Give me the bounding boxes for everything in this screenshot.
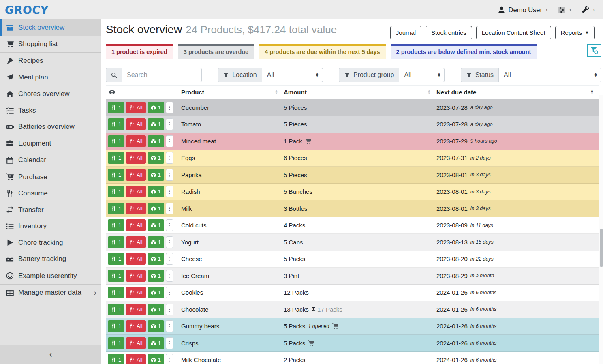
row-menu-button[interactable]: ⋮	[166, 354, 173, 364]
consume-one-button[interactable]: 1	[108, 186, 124, 197]
user-menu[interactable]: Demo User ›	[498, 6, 548, 14]
open-one-button[interactable]: 1	[148, 236, 164, 248]
consume-one-button[interactable]: 1	[108, 152, 124, 164]
consume-one-button[interactable]: 1	[108, 169, 124, 181]
open-one-button[interactable]: 1	[148, 118, 164, 130]
filter-select-status[interactable]: All▲▼	[499, 68, 601, 82]
open-one-button[interactable]: 1	[148, 354, 164, 364]
status-card-belowmin[interactable]: 2 products are below defined min. stock …	[391, 44, 537, 59]
consume-all-button[interactable]: All	[126, 152, 145, 164]
open-one-button[interactable]: 1	[148, 320, 164, 332]
sidebar-item-batteries-overview[interactable]: Batteries overview	[0, 119, 101, 135]
sidebar-item-meal-plan[interactable]: Meal plan	[0, 69, 101, 86]
sidebar-item-purchase[interactable]: Purchase	[0, 169, 101, 186]
row-menu-button[interactable]: ⋮	[166, 186, 173, 197]
consume-one-button[interactable]: 1	[108, 118, 124, 130]
filter-select-product-group[interactable]: All▲▼	[399, 68, 445, 82]
consume-one-button[interactable]: 1	[108, 287, 124, 298]
open-one-button[interactable]: 1	[148, 287, 164, 298]
row-menu-button[interactable]: ⋮	[166, 203, 173, 214]
consume-one-button[interactable]: 1	[108, 304, 124, 315]
row-menu-button[interactable]: ⋮	[166, 102, 173, 113]
consume-one-button[interactable]: 1	[108, 320, 124, 332]
status-card-due[interactable]: 4 products are due within the next 5 day…	[259, 44, 385, 59]
row-menu-button[interactable]: ⋮	[166, 337, 173, 349]
consume-all-button[interactable]: All	[126, 102, 145, 113]
consume-all-button[interactable]: All	[126, 320, 145, 332]
settings-menu[interactable]: ›	[558, 6, 571, 14]
consume-all-button[interactable]: All	[126, 253, 145, 265]
open-one-button[interactable]: 1	[148, 219, 164, 231]
consume-one-button[interactable]: 1	[108, 203, 124, 214]
column-header-product[interactable]: Product ▲▼	[180, 89, 282, 96]
row-menu-button[interactable]: ⋮	[166, 304, 173, 315]
filter-select-location[interactable]: All▲▼	[262, 68, 323, 82]
consume-all-button[interactable]: All	[126, 118, 145, 130]
sidebar-item-inventory[interactable]: Inventory	[0, 218, 101, 235]
consume-one-button[interactable]: 1	[108, 270, 124, 282]
open-one-button[interactable]: 1	[148, 203, 164, 214]
row-menu-button[interactable]: ⋮	[166, 152, 173, 164]
column-header-next-due-date[interactable]: Next due date ▲▼	[435, 89, 599, 96]
open-one-button[interactable]: 1	[148, 169, 164, 181]
row-menu-button[interactable]: ⋮	[166, 118, 173, 130]
open-one-button[interactable]: 1	[148, 304, 164, 315]
consume-one-button[interactable]: 1	[108, 354, 124, 364]
open-one-button[interactable]: 1	[148, 270, 164, 282]
consume-one-button[interactable]: 1	[108, 219, 124, 231]
sidebar-item-recipes[interactable]: Recipes	[0, 53, 101, 69]
row-menu-button[interactable]: ⋮	[166, 253, 173, 265]
consume-all-button[interactable]: All	[126, 169, 145, 181]
sidebar-item-chore-tracking[interactable]: Chore tracking	[0, 235, 101, 251]
sidebar-collapse-button[interactable]: ‹	[0, 345, 101, 364]
scrollbar-track[interactable]	[599, 95, 603, 364]
scrollbar-thumb[interactable]	[600, 229, 603, 267]
consume-one-button[interactable]: 1	[108, 236, 124, 248]
row-menu-button[interactable]: ⋮	[166, 320, 173, 332]
sidebar-item-example-userentity[interactable]: Example userentity	[0, 268, 101, 285]
row-menu-button[interactable]: ⋮	[166, 219, 173, 231]
status-card-overdue[interactable]: 3 products are overdue	[178, 44, 254, 59]
consume-one-button[interactable]: 1	[108, 135, 124, 147]
app-logo[interactable]: GROCY	[4, 4, 49, 16]
clear-filter-button[interactable]	[587, 44, 601, 57]
open-one-button[interactable]: 1	[148, 337, 164, 349]
button-location-content-sheet[interactable]: Location Content Sheet	[476, 26, 551, 39]
sidebar-item-consume[interactable]: Consume	[0, 185, 101, 202]
search-input[interactable]	[122, 68, 202, 82]
open-one-button[interactable]: 1	[148, 253, 164, 265]
sidebar-item-battery-tracking[interactable]: Battery tracking	[0, 251, 101, 268]
consume-one-button[interactable]: 1	[108, 337, 124, 349]
consume-all-button[interactable]: All	[126, 287, 145, 298]
row-menu-button[interactable]: ⋮	[166, 169, 173, 181]
consume-one-button[interactable]: 1	[108, 253, 124, 265]
button-journal[interactable]: Journal	[390, 26, 421, 39]
consume-all-button[interactable]: All	[126, 203, 145, 214]
row-menu-button[interactable]: ⋮	[166, 287, 173, 298]
row-menu-button[interactable]: ⋮	[166, 135, 173, 147]
open-one-button[interactable]: 1	[148, 186, 164, 197]
open-one-button[interactable]: 1	[148, 152, 164, 164]
eye-icon[interactable]	[109, 89, 115, 96]
column-header-amount[interactable]: Amount ▲▼	[282, 89, 435, 96]
consume-all-button[interactable]: All	[126, 135, 145, 147]
consume-all-button[interactable]: All	[126, 337, 145, 349]
sidebar-item-shopping-list[interactable]: Shopping list	[0, 36, 101, 53]
admin-menu[interactable]: ›	[582, 6, 595, 14]
sidebar-item-manage-master-data[interactable]: Manage master data›	[0, 285, 101, 301]
open-one-button[interactable]: 1	[148, 102, 164, 113]
consume-all-button[interactable]: All	[126, 304, 145, 315]
consume-all-button[interactable]: All	[126, 186, 145, 197]
button-reports[interactable]: Reports▼	[555, 26, 595, 39]
consume-all-button[interactable]: All	[126, 270, 145, 282]
row-menu-button[interactable]: ⋮	[166, 270, 173, 282]
sidebar-item-transfer[interactable]: Transfer	[0, 202, 101, 218]
consume-all-button[interactable]: All	[126, 219, 145, 231]
consume-all-button[interactable]: All	[126, 236, 145, 248]
sidebar-item-chores-overview[interactable]: Chores overview	[0, 86, 101, 103]
sidebar-item-tasks[interactable]: Tasks	[0, 103, 101, 119]
sidebar-item-equipment[interactable]: Equipment	[0, 135, 101, 152]
consume-all-button[interactable]: All	[126, 354, 145, 364]
row-menu-button[interactable]: ⋮	[166, 236, 173, 248]
status-card-expired[interactable]: 1 product is expired	[106, 44, 173, 59]
